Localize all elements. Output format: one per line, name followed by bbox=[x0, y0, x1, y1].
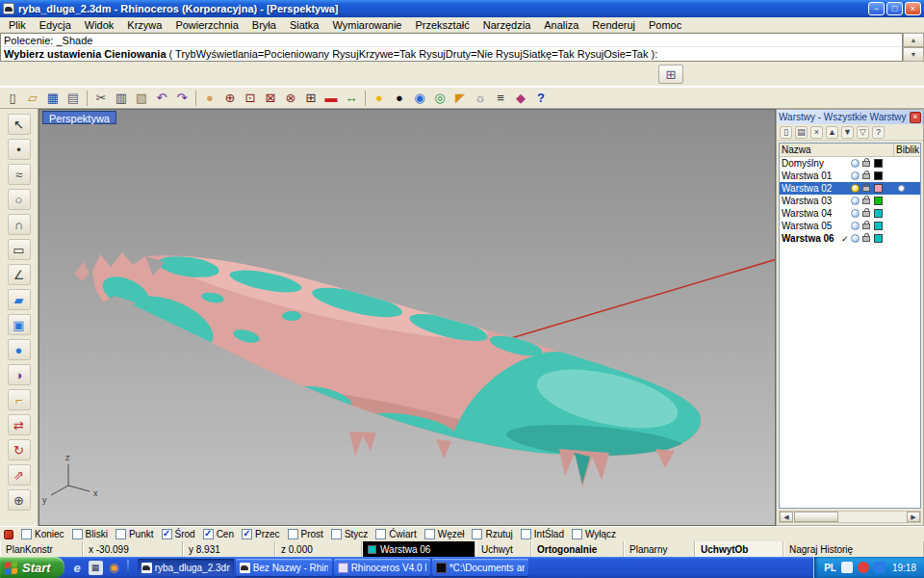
layer-visibility-bulb-icon[interactable] bbox=[851, 184, 860, 193]
layer-row-warstwa-03[interactable]: Warstwa 03 bbox=[780, 195, 920, 207]
delete-layer-icon[interactable]: × bbox=[810, 126, 823, 139]
status-current-layer[interactable]: Warstwa 06 bbox=[362, 541, 475, 557]
layer-lock-icon[interactable] bbox=[862, 161, 870, 167]
close-button[interactable]: × bbox=[905, 2, 921, 15]
layer-visibility-bulb-icon[interactable] bbox=[851, 197, 860, 205]
layers-icon[interactable]: ≡ bbox=[492, 90, 509, 107]
checkbox[interactable]: ✓ bbox=[203, 529, 214, 539]
messenger-icon[interactable] bbox=[874, 562, 886, 573]
curve-icon[interactable]: ≈ bbox=[8, 164, 31, 185]
help-icon[interactable]: ? bbox=[532, 90, 550, 107]
new-layer-icon[interactable]: ▯ bbox=[780, 126, 792, 139]
start-button[interactable]: Start bbox=[0, 557, 64, 578]
taskbar-button-help[interactable]: Rhinoceros V4.0 Help bbox=[334, 559, 430, 576]
move-layer-down-icon[interactable]: ▼ bbox=[841, 126, 854, 139]
column-name[interactable]: Nazwa bbox=[782, 144, 893, 156]
checkbox[interactable] bbox=[116, 529, 126, 539]
polyline-icon[interactable]: ∠ bbox=[8, 264, 31, 285]
checkbox[interactable]: ✓ bbox=[162, 529, 172, 539]
taskbar-button-rhino-untitled[interactable]: Bez Nazwy - Rhinocer... bbox=[236, 559, 332, 576]
menu-powierzchnia[interactable]: Powierzchnia bbox=[168, 18, 244, 32]
osnap-stycz[interactable]: Stycz bbox=[331, 529, 368, 539]
zoom-window-icon[interactable]: ⊡ bbox=[242, 90, 259, 107]
layer-visibility-bulb-icon[interactable] bbox=[851, 209, 860, 218]
viewport-perspective[interactable]: z x y Perspektywa bbox=[38, 109, 776, 526]
layer-lock-icon[interactable] bbox=[862, 211, 870, 217]
redo-icon[interactable]: ↷ bbox=[173, 90, 191, 107]
new-file-icon[interactable]: ▯ bbox=[4, 90, 21, 107]
clock[interactable]: 19:18 bbox=[892, 563, 916, 573]
status-osnap-toggle[interactable]: UchwytOb bbox=[695, 541, 783, 557]
layers-panel-header[interactable]: Warstwy - Wszystkie Warstwy × bbox=[777, 110, 923, 124]
settings-gear-icon[interactable]: ☼ bbox=[472, 90, 489, 107]
menu-wymiarowanie[interactable]: Wymiarowanie bbox=[325, 18, 408, 32]
checkbox[interactable] bbox=[288, 529, 298, 539]
pan-hand-icon[interactable]: ● bbox=[201, 90, 218, 107]
cut-scissors-icon[interactable]: ✂ bbox=[92, 90, 110, 107]
move-layer-up-icon[interactable]: ▲ bbox=[826, 126, 838, 139]
taskbar-button-console[interactable]: *C:\Documents and S... bbox=[432, 559, 528, 576]
menu-krzywa[interactable]: Krzywa bbox=[120, 18, 168, 32]
checkbox[interactable] bbox=[72, 529, 83, 539]
checkbox[interactable] bbox=[331, 529, 342, 539]
layer-visibility-bulb-icon[interactable] bbox=[851, 171, 860, 180]
taskbar-button-rhino-ryba[interactable]: ryba_dluga_2.3dm - ... bbox=[138, 559, 234, 576]
layer-row-warstwa-02[interactable]: Warstwa 02 bbox=[780, 182, 920, 195]
point-icon[interactable]: • bbox=[8, 139, 31, 160]
layer-visibility-bulb-icon[interactable] bbox=[851, 159, 860, 168]
column-library[interactable]: Biblik bbox=[893, 144, 920, 156]
move-object-icon[interactable]: ⇄ bbox=[8, 414, 31, 435]
layer-color-swatch[interactable] bbox=[874, 159, 883, 168]
layer-row-warstwa-04[interactable]: Warstwa 04 bbox=[780, 207, 920, 220]
menu-przeksztalc[interactable]: Przekształć bbox=[409, 18, 476, 32]
osnap-cen[interactable]: ✓Cen bbox=[203, 529, 234, 539]
language-indicator[interactable]: PL bbox=[824, 563, 836, 573]
osnap-wylacz[interactable]: Wyłącz bbox=[572, 529, 616, 539]
layer-lock-icon[interactable] bbox=[862, 173, 870, 179]
layer-color-swatch[interactable] bbox=[874, 234, 883, 243]
viewport-canvas[interactable]: z x y bbox=[39, 110, 776, 526]
zoom-tool-icon[interactable]: ⊕ bbox=[8, 489, 31, 511]
zoom-dynamic-icon[interactable]: ⊕ bbox=[221, 90, 239, 107]
command-line[interactable]: Polecenie: _Shade bbox=[1, 34, 902, 47]
checkbox[interactable]: ✓ bbox=[242, 529, 252, 539]
osnap-rzutuj[interactable]: Rzutuj bbox=[472, 529, 512, 539]
menu-edycja[interactable]: Edycja bbox=[33, 18, 78, 32]
layer-lock-icon[interactable] bbox=[862, 223, 870, 229]
zoom-selected-icon[interactable]: ⊗ bbox=[282, 90, 299, 107]
render-sphere-icon[interactable]: ◉ bbox=[411, 90, 428, 107]
duplicate-layer-icon[interactable]: ▤ bbox=[795, 126, 808, 139]
car-icon[interactable]: ▬ bbox=[322, 90, 340, 107]
scroll-left-icon[interactable]: ◀ bbox=[780, 512, 793, 522]
rotate-icon[interactable]: ↻ bbox=[8, 439, 31, 460]
status-cplane[interactable]: PlanKonstr bbox=[0, 541, 83, 557]
layer-row-warstwa-05[interactable]: Warstwa 05 bbox=[780, 220, 920, 232]
grid-table-icon[interactable]: ⊞ bbox=[302, 90, 320, 107]
layers-horizontal-scrollbar[interactable]: ◀ ▶ bbox=[779, 511, 921, 523]
checkbox[interactable] bbox=[521, 529, 531, 539]
checkbox[interactable] bbox=[472, 529, 482, 539]
spotlight-icon[interactable]: ◤ bbox=[451, 90, 469, 107]
open-folder-icon[interactable]: ▱ bbox=[24, 90, 41, 107]
layer-row-warstwa-01[interactable]: Warstwa 01 bbox=[780, 170, 920, 182]
undo-icon[interactable]: ↶ bbox=[153, 90, 170, 107]
copy-icon[interactable]: ▥ bbox=[113, 90, 130, 107]
checkbox[interactable] bbox=[375, 529, 386, 539]
viewport-label[interactable]: Perspektywa bbox=[42, 111, 116, 124]
layer-row-domyslny[interactable]: Domyślny bbox=[780, 157, 920, 170]
volume-icon[interactable] bbox=[841, 562, 853, 573]
osnap-bliski[interactable]: Bliski bbox=[72, 529, 108, 539]
osnap-przec[interactable]: ✓Przec bbox=[242, 529, 280, 539]
select-arrow-icon[interactable]: ↖ bbox=[8, 114, 31, 135]
viewport-layout-button[interactable]: ⊞ bbox=[658, 65, 683, 84]
palette-icon[interactable]: ◆ bbox=[512, 90, 529, 107]
status-record-history[interactable]: Nagraj Historię bbox=[783, 541, 924, 557]
menu-analiza[interactable]: Analiza bbox=[537, 18, 585, 32]
titlebar[interactable]: ryba_dluga_2.3dm - Rhinoceros (Korporacy… bbox=[0, 0, 924, 17]
media-player-icon[interactable]: ◉ bbox=[107, 561, 121, 575]
lightbulb-icon[interactable]: ● bbox=[371, 90, 388, 107]
layer-filter-icon[interactable]: ▽ bbox=[857, 126, 869, 139]
menu-plik[interactable]: Plik bbox=[2, 18, 33, 32]
menu-siatka[interactable]: Siatka bbox=[283, 18, 326, 32]
globe-icon[interactable]: ◎ bbox=[431, 90, 449, 107]
